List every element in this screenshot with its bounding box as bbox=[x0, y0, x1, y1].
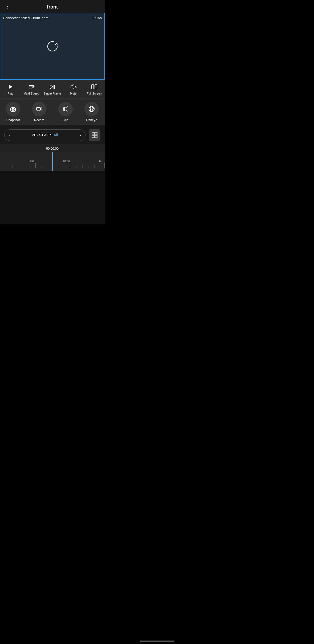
header: ‹ front bbox=[0, 0, 105, 13]
svg-rect-28 bbox=[95, 135, 97, 138]
next-date-button[interactable]: › bbox=[79, 132, 81, 138]
svg-text:00 00: 00 00 bbox=[28, 160, 35, 163]
current-time-label: 00:00:00 bbox=[0, 147, 105, 150]
play-icon bbox=[7, 83, 14, 90]
data-rate: 0KB/s bbox=[92, 16, 102, 20]
play-button[interactable]: Play bbox=[0, 82, 21, 96]
grid-icon bbox=[91, 132, 98, 138]
single-frame-button[interactable]: Single Frame bbox=[42, 82, 63, 96]
date-display: 2024-04-19 All bbox=[32, 133, 58, 137]
prev-date-button[interactable]: ‹ bbox=[9, 132, 10, 138]
clip-label: Clip bbox=[63, 118, 68, 122]
fisheye-circle bbox=[84, 102, 99, 116]
svg-point-19 bbox=[63, 109, 65, 111]
full-screen-icon bbox=[91, 83, 98, 90]
svg-point-22 bbox=[89, 106, 94, 112]
bottom-area bbox=[0, 171, 105, 224]
action-controls: Snapshot Record Clip bbox=[0, 99, 105, 125]
record-icon bbox=[36, 105, 43, 112]
grid-view-button[interactable] bbox=[89, 129, 100, 141]
svg-marker-5 bbox=[33, 86, 34, 88]
svg-marker-8 bbox=[54, 85, 55, 89]
date-nav-pill: ‹ 2024-04-19 All › bbox=[4, 129, 85, 141]
snapshot-label: Snapshot bbox=[6, 118, 20, 122]
connection-status: Connection failed.--front_cam bbox=[3, 16, 48, 20]
fisheye-button[interactable]: Fisheye bbox=[79, 102, 105, 122]
multi-speed-button[interactable]: Multi-Speed bbox=[21, 82, 42, 96]
svg-marker-9 bbox=[71, 84, 74, 89]
svg-rect-17 bbox=[36, 108, 40, 110]
playback-controls: Play Multi-Speed Single Frame Mute bbox=[0, 80, 105, 99]
full-screen-button[interactable]: Full Screen bbox=[84, 82, 105, 96]
svg-point-16 bbox=[12, 108, 14, 110]
mute-icon bbox=[70, 83, 77, 90]
back-button[interactable]: ‹ bbox=[4, 3, 10, 12]
date-navigation: ‹ 2024-04-19 All › bbox=[0, 125, 105, 144]
svg-rect-13 bbox=[95, 85, 97, 89]
svg-text:01:00: 01:00 bbox=[63, 160, 70, 163]
svg-point-24 bbox=[92, 107, 93, 109]
play-label: Play bbox=[8, 92, 13, 95]
mute-label: Mute bbox=[70, 92, 76, 95]
svg-rect-12 bbox=[92, 85, 94, 89]
timeline[interactable]: 00:00:00 00 00 bbox=[0, 144, 105, 171]
record-circle bbox=[32, 102, 46, 116]
single-frame-icon bbox=[49, 83, 56, 90]
page-title: front bbox=[47, 4, 58, 10]
mute-button[interactable]: Mute bbox=[63, 82, 84, 96]
single-frame-label: Single Frame bbox=[44, 92, 61, 95]
date-filter: All bbox=[54, 133, 58, 137]
video-player: Connection failed.--front_cam 0KB/s bbox=[0, 13, 105, 80]
record-label: Record bbox=[34, 118, 44, 122]
svg-text:02: 02 bbox=[99, 160, 102, 163]
timeline-track[interactable]: 00 00 01:00 02 bbox=[0, 152, 105, 171]
clip-icon bbox=[62, 105, 69, 112]
svg-line-20 bbox=[64, 107, 68, 108]
svg-marker-1 bbox=[9, 85, 13, 89]
svg-line-21 bbox=[64, 110, 68, 112]
fisheye-icon bbox=[88, 105, 95, 112]
date-value: 2024-04-19 bbox=[32, 133, 52, 137]
multi-speed-icon bbox=[28, 83, 35, 90]
svg-rect-27 bbox=[92, 135, 94, 138]
svg-point-0 bbox=[48, 42, 57, 51]
clip-circle bbox=[58, 102, 73, 116]
full-screen-label: Full Screen bbox=[87, 92, 102, 95]
multi-speed-label: Multi-Speed bbox=[24, 92, 39, 95]
loading-spinner-icon bbox=[46, 40, 59, 53]
svg-point-18 bbox=[63, 107, 65, 109]
svg-rect-25 bbox=[92, 132, 94, 135]
fisheye-label: Fisheye bbox=[86, 118, 97, 122]
svg-marker-6 bbox=[50, 85, 53, 89]
svg-rect-26 bbox=[95, 132, 97, 135]
record-button[interactable]: Record bbox=[26, 102, 52, 122]
snapshot-icon bbox=[10, 105, 17, 112]
snapshot-circle bbox=[6, 102, 20, 116]
clip-button[interactable]: Clip bbox=[52, 102, 79, 122]
snapshot-button[interactable]: Snapshot bbox=[0, 102, 26, 122]
